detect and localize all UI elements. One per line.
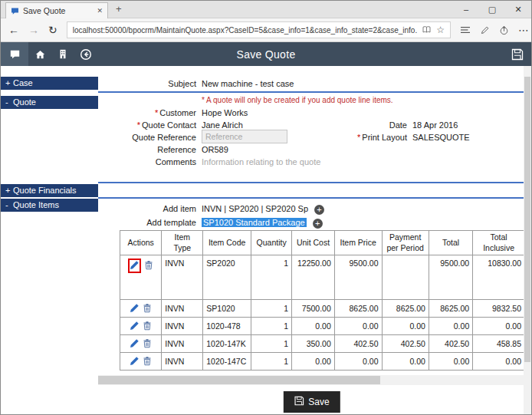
actions-cell [120, 318, 162, 335]
total-inclusive-cell: 9832.50 [473, 300, 525, 318]
section-divider [98, 91, 525, 93]
quantity-cell: 1 [251, 300, 292, 318]
item-price-cell: 0.00 [334, 353, 382, 371]
url-text[interactable]: localhost:50000/bpocrm/MaintainQuote.asp… [73, 26, 417, 35]
required-marker: * [155, 108, 158, 117]
unit-cost-cell: 350.00 [292, 335, 335, 353]
sidebar-item-quote-items[interactable]: -Quote Items [1, 199, 98, 212]
favorite-star-icon[interactable]: ☆ [436, 25, 445, 35]
unit-cost-cell: 0.00 [292, 353, 335, 371]
edit-icon[interactable] [130, 321, 140, 332]
share-icon[interactable] [499, 25, 509, 35]
add-template-value[interactable]: SP1020 Standard Package+ [202, 216, 323, 229]
reading-view-icon[interactable] [422, 25, 432, 35]
chat-icon[interactable] [1, 42, 28, 66]
sidebar-item-label: Quote [13, 97, 36, 107]
comments-row: Comments Information relating to the quo… [98, 156, 525, 168]
item-price-cell: 8625.00 [334, 300, 382, 318]
total-inclusive-cell: 458.85 [473, 335, 525, 353]
tab-close-icon[interactable]: ✕ [97, 7, 103, 15]
quote-contact-row: *Quote Contact Jane Alrich Date 18 Apr 2… [98, 119, 525, 131]
sidebar-item-quote-financials[interactable]: +Quote Financials [1, 184, 98, 197]
total-cell: 8625.00 [429, 300, 472, 318]
print-layout-label: *Print Layout [305, 131, 407, 143]
item-type-cell: INVN [162, 353, 203, 371]
minimize-button[interactable]: – [453, 1, 479, 18]
quote-reference-row: Quote Reference *Print Layout SALESQUOTE [98, 131, 525, 143]
more-menu-icon[interactable]: ⋯ [518, 24, 530, 36]
address-field[interactable]: localhost:50000/bpocrm/MaintainQuote.asp… [67, 21, 451, 38]
item-code-cell: 1020-147C [203, 353, 251, 371]
col-actions: Actions [120, 231, 162, 255]
date-label: Date [305, 119, 407, 131]
total-inclusive-cell: 0.00 [473, 353, 525, 371]
back-icon[interactable]: ← [8, 24, 19, 36]
delete-icon[interactable] [143, 321, 152, 332]
save-button[interactable]: Save [283, 391, 340, 413]
add-item-plus-icon[interactable]: + [314, 205, 324, 215]
col-item-price: Item Price [334, 231, 382, 255]
company-icon[interactable] [51, 42, 74, 66]
back-circle-icon[interactable] [74, 42, 97, 66]
save-icon[interactable] [511, 42, 524, 66]
col-payment-per-period: Payment per Period [382, 231, 429, 255]
browser-tab[interactable]: Save Quote ✕ [5, 2, 108, 18]
save-floppy-icon [294, 396, 304, 408]
horizontal-scrollbar[interactable] [98, 375, 525, 385]
tab-title: Save Quote [23, 6, 93, 15]
home-icon[interactable] [28, 42, 51, 66]
maximize-button[interactable]: ▢ [479, 1, 505, 18]
add-item-label: Add item [98, 203, 196, 215]
hub-icon[interactable] [460, 25, 471, 35]
reference-value[interactable]: OR589 [202, 143, 228, 156]
sidebar-item-label: Case [13, 78, 33, 87]
edit-icon[interactable] [130, 338, 140, 350]
quote-reference-input[interactable] [202, 130, 287, 143]
edit-icon[interactable] [130, 356, 140, 367]
actions-cell [120, 335, 162, 353]
forward-icon[interactable]: → [28, 24, 39, 36]
sidebar-item-label: Quote Items [13, 200, 59, 209]
sidebar: +Case -Quote +Quote Financials -Quote It… [1, 66, 98, 414]
sidebar-item-case[interactable]: +Case [1, 77, 98, 90]
unit-cost-cell: 0.00 [292, 318, 335, 335]
expand-icon: + [5, 184, 13, 197]
web-note-icon[interactable] [480, 25, 490, 35]
new-tab-button[interactable]: + [116, 3, 122, 15]
add-template-plus-icon[interactable]: + [313, 219, 323, 229]
item-type-cell: INVN [162, 300, 203, 318]
close-button[interactable]: ✕ [505, 1, 531, 18]
delete-icon[interactable] [144, 260, 153, 272]
total-cell: 402.50 [429, 335, 472, 353]
comments-input[interactable]: Information relating to the quote [202, 156, 320, 168]
delete-icon[interactable] [143, 303, 152, 315]
actions-cell [120, 300, 162, 318]
comments-label: Comments [98, 156, 196, 168]
print-layout-value[interactable]: SALESQUOTE [412, 131, 470, 143]
vertical-scrollbar-thumb[interactable] [524, 77, 530, 362]
window-controls: – ▢ ✕ [453, 1, 531, 18]
quantity-cell: 1 [251, 335, 292, 353]
customer-value[interactable]: Hope Works [202, 107, 248, 119]
reference-row: Reference OR589 [98, 143, 525, 156]
section-divider [98, 182, 525, 183]
delete-icon[interactable] [143, 356, 152, 367]
edit-icon[interactable] [130, 260, 140, 272]
quote-contact-label: *Quote Contact [98, 119, 196, 131]
delete-icon[interactable] [143, 338, 152, 350]
add-item-value[interactable]: INVN | SP2020 | SP2020 Sp+ [202, 203, 324, 215]
total-cell: 0.00 [429, 318, 472, 335]
payment-per-period-cell: 8625.00 [382, 300, 429, 318]
refresh-icon[interactable]: ↻ [48, 24, 57, 36]
selected-template-text[interactable]: SP1020 Standard Package [202, 218, 307, 227]
horizontal-scrollbar-thumb[interactable] [98, 376, 380, 384]
col-unit-cost: Unit Cost [292, 231, 335, 255]
edit-icon[interactable] [130, 303, 140, 315]
vertical-scrollbar[interactable] [524, 66, 531, 414]
sidebar-item-quote[interactable]: -Quote [1, 96, 98, 109]
item-code-cell: SP2020 [203, 255, 251, 300]
date-value[interactable]: 18 Apr 2016 [412, 119, 458, 131]
page-title: Save Quote [237, 48, 296, 61]
table-row: INVN SP2020 1 12250.00 9500.00 9500.00 1… [120, 255, 525, 300]
save-button-label: Save [308, 397, 329, 407]
